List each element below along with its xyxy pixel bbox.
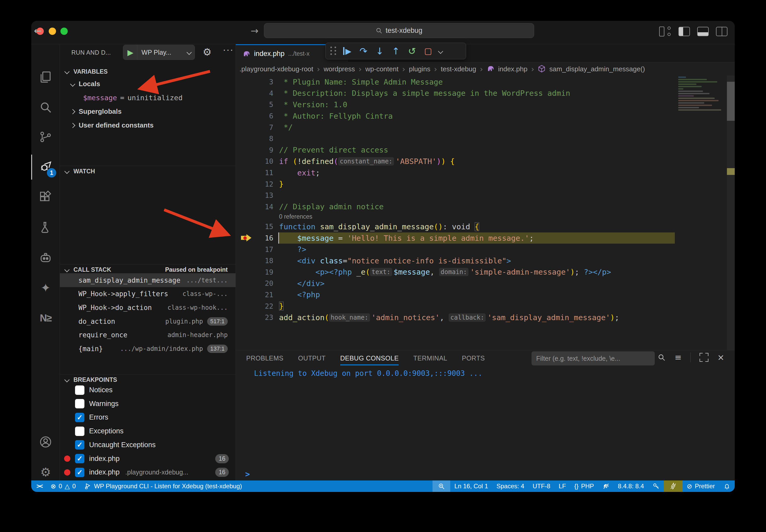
nx-extension-icon[interactable]: N≥ [31,306,60,331]
breakpoint-margin[interactable] [236,212,253,221]
breakpoint-margin[interactable] [236,190,253,201]
breakpoint-margin[interactable] [236,232,253,244]
command-center-search[interactable]: test-xdebug [264,23,534,38]
code-line[interactable]: 20 </div> [236,278,735,289]
line-number[interactable]: 16 [253,234,273,242]
close-panel-icon[interactable]: × [717,352,724,362]
code-line[interactable]: 3 * Plugin Name: Simple Admin Message [236,76,735,88]
cursor-position[interactable]: Ln 16, Col 1 [450,480,492,492]
breakpoint-row[interactable]: Warnings [60,397,236,411]
line-number[interactable]: 20 [253,279,273,287]
code-line[interactable]: 17 ?> [236,244,735,255]
breakpoint-margin[interactable] [236,221,253,232]
breakpoint-margin[interactable] [236,133,253,144]
line-number[interactable]: 23 [253,313,273,321]
remote-indicator[interactable]: >< [31,480,46,492]
continue-button[interactable]: ▶ [339,47,355,56]
start-debug-icon[interactable]: ▶ [127,48,133,57]
code-editor[interactable]: 3 * Plugin Name: Simple Admin Message4 *… [236,75,735,350]
code-line[interactable]: 13 [236,190,735,201]
breakpoint-margin[interactable] [236,289,253,301]
breadcrumb-item[interactable]: test-xdebug [441,65,476,73]
encoding[interactable]: UTF-8 [528,480,554,492]
breakpoint-row[interactable]: ✓index.php16 [60,452,236,466]
breakpoint-margin[interactable] [236,201,253,213]
breakpoint-margin[interactable] [236,156,253,167]
line-number[interactable]: 7 [253,123,273,131]
superglobals-row[interactable]: Superglobals [60,105,236,118]
line-number[interactable]: 19 [253,268,273,276]
line-number[interactable]: 22 [253,302,273,310]
xdebug-toggle[interactable] [664,480,683,492]
code-line[interactable]: 22} [236,300,735,312]
toggle-secondary-sidebar-icon[interactable] [716,27,727,36]
step-into-button[interactable]: ↓ [372,46,388,56]
language-mode[interactable]: {}PHP [570,480,598,492]
step-out-button[interactable]: ↑ [388,46,404,56]
breakpoint-checkbox[interactable]: ✓ [75,454,84,463]
tab-debug-console[interactable]: DEBUG CONSOLE [340,350,399,366]
breakpoint-margin[interactable] [236,178,253,190]
call-stack-frame[interactable]: require_onceadmin-header.php [60,328,236,342]
codelens-row[interactable]: 0 references [236,212,735,221]
breakpoint-margin[interactable] [236,278,253,289]
toolbar-more-icon[interactable] [436,47,445,55]
toolbar-drag-handle[interactable] [330,47,337,55]
call-stack-frame[interactable]: do_actionplugin.php517:1 [60,314,236,328]
run-and-debug-icon[interactable]: 1 [31,155,60,180]
zoom-window-button[interactable] [60,28,68,35]
line-number[interactable]: 21 [253,291,273,299]
line-number[interactable]: 4 [253,89,273,97]
call-stack-frame[interactable]: sam_display_admin_message.../test... [60,273,236,287]
code-line[interactable]: 15function sam_display_admin_message(): … [236,221,735,232]
problems-status[interactable]: ⊗ 0 △ 0 [46,480,80,492]
breadcrumb-item[interactable]: plugins [409,65,430,73]
code-line[interactable]: 14// Display admin notice [236,201,735,213]
code-line[interactable]: 4 * Description: Displays a simple messa… [236,88,735,99]
code-line[interactable]: 12} [236,178,735,190]
line-number[interactable]: 5 [253,100,273,109]
variable-row[interactable]: $message = uninitialized [60,91,236,105]
tab-ports[interactable]: PORTS [462,350,485,366]
php-version[interactable]: 8.4.8: 8.4 [614,480,648,492]
breakpoint-margin[interactable] [236,122,253,133]
call-stack-frame[interactable]: WP_Hook->do_actionclass-wp-hook... [60,301,236,314]
testing-icon[interactable] [31,215,60,240]
toggle-sidebar-icon[interactable] [679,27,690,36]
indentation[interactable]: Spaces: 4 [492,480,528,492]
scrollbar-thumb[interactable] [727,82,735,121]
breakpoint-margin[interactable] [236,255,253,267]
stop-button[interactable]: ▢ [420,46,436,56]
search-icon[interactable] [31,95,60,120]
line-number[interactable]: 13 [253,191,273,199]
notifications-bell[interactable] [719,480,735,492]
eol-sequence[interactable]: LF [554,480,570,492]
breakpoint-checkbox[interactable] [75,399,84,408]
breakpoint-margin[interactable] [236,167,253,179]
code-line[interactable]: 6 * Author: Fellyph Cintra [236,110,735,122]
breadcrumb-item[interactable]: index.php [498,65,527,73]
php-elephant-slash-icon[interactable] [598,480,614,492]
code-line[interactable]: 10if (!defined(constant_name:'ABSPATH'))… [236,156,735,167]
breakpoint-margin[interactable] [236,88,253,99]
user-constants-row[interactable]: User defined constants [60,118,236,132]
code-line[interactable]: 16 $message = 'Hello! This is a simple a… [236,232,735,244]
toggle-panel-icon[interactable] [697,27,709,36]
line-number[interactable]: 10 [253,157,273,165]
debug-session-status[interactable]: WP Playground CLI - Listen for Xdebug (t… [80,480,246,492]
breakpoint-checkbox[interactable]: ✓ [75,468,84,477]
maximize-panel-icon[interactable] [700,353,708,362]
breadcrumb-item[interactable]: wp-content [365,65,398,73]
breakpoint-margin[interactable] [236,312,253,323]
editor-scrollbar[interactable] [727,75,735,350]
code-line[interactable]: 5 * Version: 1.0 [236,99,735,110]
breakpoint-margin[interactable] [236,76,253,88]
console-prompt[interactable]: > [245,470,250,479]
breadcrumb-item[interactable]: wordpress [324,65,355,73]
call-stack-frame[interactable]: WP_Hook->apply_filtersclass-wp-... [60,287,236,301]
step-over-button[interactable]: ↷ [355,46,372,56]
breakpoint-margin[interactable] [236,110,253,122]
variables-section-header[interactable]: VARIABLES [60,66,236,77]
views-more-icon[interactable]: ··· [223,44,234,55]
breakpoint-margin[interactable] [236,244,253,255]
